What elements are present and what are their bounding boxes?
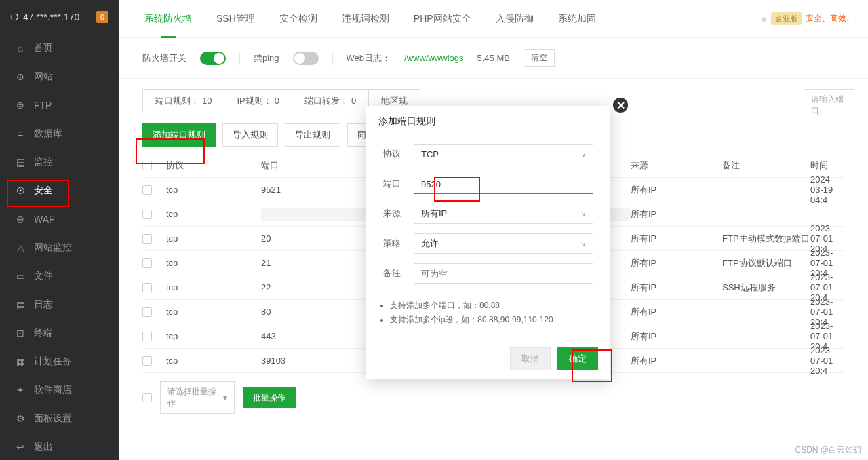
cell-source: 所有IP <box>631 330 722 343</box>
subtab-port-rules[interactable]: 端口规则：10 <box>142 89 224 113</box>
row-checkbox[interactable] <box>142 283 152 292</box>
sidebar-icon: △ <box>15 242 26 253</box>
sidebar-icon: ▤ <box>15 157 26 168</box>
remark-label: 备注 <box>383 267 414 280</box>
sidebar-item-label: 安全 <box>34 185 53 197</box>
cell-source: 所有IP <box>631 184 722 196</box>
protocol-label: 协议 <box>383 148 414 160</box>
tab-2[interactable]: 安全检测 <box>267 0 330 38</box>
sidebar-item-1[interactable]: ⊕网站 <box>0 62 119 91</box>
policy-label: 策略 <box>383 237 414 250</box>
tab-1[interactable]: SSH管理 <box>204 0 267 38</box>
source-select[interactable]: 所有IP∨ <box>414 204 593 224</box>
tab-6[interactable]: 系统加固 <box>546 0 608 38</box>
row-checkbox[interactable] <box>142 210 152 219</box>
subtab-ip-rules[interactable]: IP规则：0 <box>224 89 292 113</box>
cell-protocol: tcp <box>166 209 261 219</box>
sidebar-item-2[interactable]: ⊜FTP <box>0 91 119 119</box>
policy-select[interactable]: 允许∨ <box>414 233 593 254</box>
row-checkbox[interactable] <box>142 258 152 268</box>
close-icon[interactable]: ✕ <box>612 96 629 114</box>
sidebar-item-6[interactable]: ⊖WAF <box>0 205 119 233</box>
cell-protocol: tcp <box>166 185 261 195</box>
row-checkbox[interactable] <box>142 185 152 195</box>
cell-source: 所有IP <box>631 306 722 318</box>
sidebar-header: ❍ 47.***.***.170 0 <box>0 0 119 34</box>
add-port-rule-modal: 添加端口规则 协议 TCP∨ 端口 来源 所有IP∨ 策略 允许∨ 备注 支持添… <box>366 106 610 379</box>
sidebar-item-label: 网站监控 <box>34 242 72 254</box>
ping-switch[interactable] <box>293 52 319 65</box>
sidebar-item-7[interactable]: △网站监控 <box>0 233 119 262</box>
col-source: 来源 <box>631 159 722 172</box>
batch-bar: 请选择批量操作▾ 批量操作 <box>119 373 868 422</box>
add-port-rule-button[interactable]: 添加端口规则 <box>142 123 216 147</box>
firewall-switch[interactable] <box>200 52 226 65</box>
sidebar-item-0[interactable]: ⌂首页 <box>0 34 119 62</box>
tabs: 系统防火墙SSH管理安全检测违规词检测PHP网站安全入侵防御系统加固 ◈ 企业版… <box>119 0 868 38</box>
sidebar-item-label: 终端 <box>34 327 53 339</box>
remark-input[interactable] <box>414 263 593 284</box>
sidebar-icon: ▭ <box>15 271 26 282</box>
row-checkbox[interactable] <box>142 234 152 244</box>
port-input[interactable] <box>414 174 593 194</box>
sidebar-item-5[interactable]: ☉安全 <box>0 176 119 205</box>
sidebar-icon: ✦ <box>15 385 26 396</box>
cell-remark: FTP主动模式数据端口 <box>722 233 810 245</box>
enterprise-badge: 企业版 <box>771 12 802 25</box>
tab-0[interactable]: 系统防火墙 <box>132 0 204 38</box>
sidebar-item-8[interactable]: ▭文件 <box>0 262 119 290</box>
clear-log-button[interactable]: 清空 <box>524 49 555 67</box>
weblog-size: 5.45 MB <box>477 53 509 63</box>
ping-label: 禁ping <box>254 52 279 64</box>
cancel-button[interactable]: 取消 <box>510 347 551 370</box>
import-rules-button[interactable]: 导入规则 <box>222 123 278 147</box>
tab-5[interactable]: 入侵防御 <box>484 0 546 38</box>
select-all-checkbox[interactable] <box>142 161 152 170</box>
row-checkbox[interactable] <box>142 307 152 317</box>
sidebar-item-13[interactable]: ⚙面板设置 <box>0 404 119 433</box>
batch-apply-button[interactable]: 批量操作 <box>243 387 296 408</box>
sidebar-item-label: FTP <box>34 100 52 111</box>
row-checkbox[interactable] <box>142 356 152 366</box>
row-checkbox[interactable] <box>142 332 152 341</box>
confirm-button[interactable]: 确定 <box>557 347 598 370</box>
sidebar-item-label: 数据库 <box>34 128 62 140</box>
search-input[interactable]: 请输入端口 <box>804 89 854 121</box>
watermark: CSDN @白云如幻 <box>795 444 861 456</box>
sidebar: ❍ 47.***.***.170 0 ⌂首页⊕网站⊜FTP≡数据库▤监控☉安全⊖… <box>0 0 119 460</box>
diamond-icon: ◈ <box>761 14 767 24</box>
sidebar-item-12[interactable]: ✦软件商店 <box>0 376 119 404</box>
cell-remark: FTP协议默认端口 <box>722 257 810 269</box>
sidebar-icon: ▦ <box>15 356 26 367</box>
sidebar-item-label: 文件 <box>34 270 53 282</box>
sidebar-icon: ⌂ <box>15 43 26 54</box>
export-rules-button[interactable]: 导出规则 <box>285 123 340 147</box>
tab-4[interactable]: PHP网站安全 <box>401 0 484 38</box>
sidebar-item-label: 日志 <box>34 299 53 311</box>
slogan: 安全、高效、 <box>806 13 854 24</box>
cell-protocol: tcp <box>166 282 261 292</box>
sidebar-item-label: WAF <box>34 214 55 225</box>
batch-select[interactable]: 请选择批量操作▾ <box>160 381 235 414</box>
sidebar-icon: ⊕ <box>15 71 26 82</box>
sidebar-item-label: 软件商店 <box>34 384 72 396</box>
subtab-port-forward[interactable]: 端口转发：0 <box>292 89 369 113</box>
sidebar-item-4[interactable]: ▤监控 <box>0 148 119 176</box>
weblog-path[interactable]: /www/wwwlogs <box>404 53 463 63</box>
sidebar-icon: ≡ <box>15 128 26 139</box>
sidebar-item-3[interactable]: ≡数据库 <box>0 119 119 148</box>
batch-checkbox[interactable] <box>142 393 152 402</box>
sidebar-item-11[interactable]: ▦计划任务 <box>0 347 119 376</box>
protocol-select[interactable]: TCP∨ <box>414 144 593 164</box>
sidebar-item-14[interactable]: ↩退出 <box>0 433 119 460</box>
sidebar-item-label: 首页 <box>34 42 53 54</box>
sidebar-item-10[interactable]: ⊡终端 <box>0 319 119 347</box>
cell-remark: SSH远程服务 <box>722 282 810 294</box>
sidebar-item-label: 面板设置 <box>34 413 72 425</box>
shield-icon: ❍ <box>10 12 19 22</box>
notif-badge[interactable]: 0 <box>96 11 108 23</box>
tab-3[interactable]: 违规词检测 <box>330 0 401 38</box>
cell-source: 所有IP <box>631 282 722 294</box>
sidebar-item-9[interactable]: ▤日志 <box>0 290 119 319</box>
chevron-down-icon: ∨ <box>581 210 586 218</box>
